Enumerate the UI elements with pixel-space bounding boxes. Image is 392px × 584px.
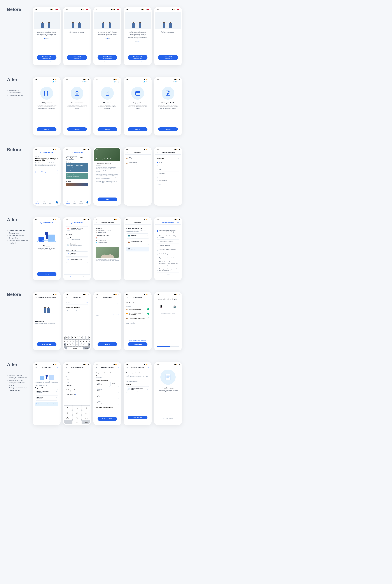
- checkbox[interactable]: [156, 249, 158, 250]
- phone-row[interactable]: 📞+49 (30)473141: [96, 239, 119, 241]
- last-name-input[interactable]: Please enter your last name: [66, 309, 88, 313]
- language-picker[interactable]: 🌐 EN ▾: [143, 81, 149, 83]
- form-item[interactable]: Stationary Admissions18 questions›: [35, 389, 58, 394]
- tab-settings[interactable]: ⚙Settings: [82, 275, 85, 278]
- qa-card[interactable]: ?Questions and answersOpen your checklis…: [66, 257, 88, 263]
- list-item[interactable]: plants: [156, 160, 180, 164]
- key[interactable]: Z: [66, 343, 69, 347]
- continue-button[interactable]: Continue: [67, 127, 87, 131]
- get-started-button[interactable]: Get started with ConnectedCare: [158, 55, 178, 60]
- checklist-item[interactable]: Pyjama or nightgown: [156, 244, 180, 248]
- flag-icon[interactable]: [147, 9, 149, 10]
- website-row[interactable]: 🌐Hospital's Website: [96, 242, 119, 243]
- key[interactable]: X: [69, 343, 72, 347]
- language-picker[interactable]: 🌐 EN ▾: [82, 81, 88, 83]
- checklist-item[interactable]: Some cash (for own contribution, telepho…: [156, 229, 180, 234]
- backspace-key[interactable]: ⌫: [82, 420, 90, 424]
- postal-input[interactable]: Postal code10559: [96, 388, 119, 393]
- get-started-button[interactable]: Get started with ConnectedCare: [37, 55, 56, 60]
- phone-input[interactable]: +49 030 473392: [66, 393, 88, 396]
- checkbox[interactable]: [156, 263, 158, 264]
- back-button[interactable]: ←: [156, 222, 159, 223]
- key[interactable]: O: [86, 336, 88, 340]
- key[interactable]: A: [64, 340, 66, 343]
- key[interactable]: T: [74, 336, 77, 340]
- key[interactable]: Q: [64, 336, 66, 340]
- key[interactable]: J: [82, 340, 85, 343]
- back-button[interactable]: ←: [96, 367, 98, 368]
- language-picker[interactable]: 🌐 EN ▾: [52, 81, 58, 83]
- services-preview[interactable]: [66, 183, 88, 186]
- select-button[interactable]: Select: [98, 197, 117, 201]
- key[interactable]: L: [88, 340, 90, 343]
- numeric-key[interactable]: 123: [64, 347, 67, 350]
- flag-icon[interactable]: [56, 9, 58, 10]
- keyboard[interactable]: QWERTYUIOP ASDFGHJKL ⇧ZXCVBNM⌫ 123spacer…: [64, 336, 90, 350]
- forms-card[interactable]: 📄FormsFill out and send forms: [66, 236, 88, 241]
- edit-button[interactable]: Edit: [177, 222, 180, 223]
- tab-homepage[interactable]: ⌂Homepage: [66, 201, 70, 204]
- field-value[interactable]: ›: [118, 306, 119, 308]
- sign-in-button[interactable]: Sign in: [37, 272, 56, 276]
- key-9[interactable]: 9WXYZ: [82, 415, 90, 420]
- tab-profile[interactable]: 👤Profile: [56, 201, 58, 204]
- back-button[interactable]: ←: [66, 297, 68, 298]
- list-item[interactable]: home: [156, 175, 180, 179]
- key-4[interactable]: 4GHI: [64, 410, 72, 415]
- signin-link[interactable]: Already a member? Sign in: [96, 61, 119, 62]
- key-3[interactable]: 3DEF: [82, 406, 90, 410]
- key[interactable]: G: [76, 340, 78, 343]
- send-later-link[interactable]: I'll do it later: [126, 420, 149, 421]
- enter-appointment-button[interactable]: Enter appointment →: [35, 170, 58, 174]
- checklist-item[interactable]: CPAP device (if applicable): [156, 239, 180, 244]
- key[interactable]: P: [88, 336, 90, 340]
- key[interactable]: U: [80, 336, 82, 340]
- preview-card[interactable]: 📄 Stationary Admission FormTake a look a…: [126, 386, 149, 393]
- checklist-item[interactable]: Clothes to change: [156, 252, 180, 256]
- share-button[interactable]: Share my data: [128, 342, 148, 346]
- key-6[interactable]: 6MNO: [82, 410, 90, 415]
- tips-card[interactable]: TipsAdditional things to account for: [126, 246, 149, 251]
- key-2[interactable]: 2ABC: [72, 406, 82, 410]
- back-button[interactable]: ←: [156, 152, 159, 153]
- signin-link[interactable]: Already a member? Sign in: [35, 61, 58, 62]
- key[interactable]: D: [69, 340, 72, 343]
- admission-card[interactable]: MAR12 Stationary admission12.03.2020 - 1…: [66, 226, 88, 232]
- get-started-button[interactable]: Get started with ConnectedCare: [128, 55, 148, 60]
- postal-input[interactable]: 13459: [66, 371, 88, 375]
- continue-button[interactable]: Continue: [158, 127, 178, 131]
- street-no-input[interactable]: 96/99: [110, 382, 119, 387]
- cancel-link[interactable]: Cancel: [156, 420, 180, 421]
- key[interactable]: F: [72, 340, 75, 343]
- back-button[interactable]: ←: [66, 367, 68, 368]
- continue-button[interactable]: Continue: [37, 127, 56, 131]
- get-started-button[interactable]: Get started with ConnectedCare: [98, 55, 117, 60]
- tab-journey[interactable]: ▭Journey: [43, 201, 46, 204]
- task-card[interactable]: Preparation for your check inTell us abo…: [66, 163, 88, 172]
- shift-key[interactable]: ⇧: [64, 343, 66, 347]
- flag-icon[interactable]: [117, 9, 119, 10]
- checklist-item[interactable]: 📋Things to bring0 of 10 items completed›: [126, 161, 149, 166]
- belongings-category[interactable]: 👜Personal belongingsBring everything you…: [126, 239, 149, 245]
- space-key[interactable]: space: [67, 347, 83, 350]
- tab-homepage[interactable]: ⌂Homepage: [35, 201, 39, 204]
- field-value[interactable]: Anja ›: [86, 302, 88, 303]
- numpad[interactable]: 1 2ABC3DEF 4GHI5JKL6MNO 7PQRS8TUV9WXYZ 0…: [64, 405, 90, 424]
- key-1[interactable]: 1: [64, 406, 72, 410]
- checklist-item[interactable]: Slippers or sneakers with a firm grip: [156, 256, 180, 260]
- key-0[interactable]: 0: [72, 420, 82, 424]
- checklists-card[interactable]: ✓ChecklistsSee everything listed: [66, 251, 88, 257]
- back-button[interactable]: ←: [96, 222, 98, 223]
- back-button[interactable]: ←: [35, 297, 38, 298]
- enter-data-button[interactable]: Enter your data: [37, 342, 56, 346]
- see-more-link[interactable]: see more: [101, 184, 105, 185]
- field-value[interactable]: Anja ›: [116, 303, 119, 304]
- tab-check in[interactable]: ☑Check in: [49, 201, 52, 204]
- tab-profile[interactable]: 👤Profile: [86, 201, 88, 204]
- close-button[interactable]: ✕: [116, 367, 119, 368]
- close-button[interactable]: ✕: [56, 367, 58, 368]
- close-button[interactable]: ✕: [147, 367, 149, 368]
- key[interactable]: V: [76, 343, 78, 347]
- documents-card[interactable]: 📑DocumentsScan and submit documents: [66, 242, 88, 247]
- back-button[interactable]: ←: [126, 152, 128, 153]
